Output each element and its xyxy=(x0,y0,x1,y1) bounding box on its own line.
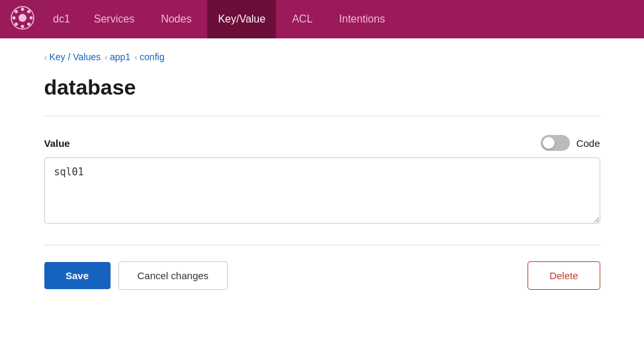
top-nav: dc1 Services Nodes Key/Value ACL Intenti… xyxy=(0,0,644,38)
code-label: Code xyxy=(576,138,600,149)
svg-point-8 xyxy=(27,10,30,13)
code-toggle[interactable] xyxy=(541,135,570,151)
cancel-button[interactable]: Cancel changes xyxy=(118,261,228,290)
nav-item-nodes[interactable]: Nodes xyxy=(150,0,202,38)
svg-point-1 xyxy=(19,14,26,22)
page-title: database xyxy=(44,70,600,110)
value-header-row: Value Code xyxy=(44,135,600,151)
value-label: Value xyxy=(44,138,70,149)
value-textarea[interactable]: sql01 xyxy=(44,157,600,224)
svg-point-7 xyxy=(27,22,30,26)
delete-button[interactable]: Delete xyxy=(528,261,600,290)
save-button[interactable]: Save xyxy=(44,262,111,289)
datacenter-label: dc1 xyxy=(45,13,78,25)
nav-logo xyxy=(11,6,40,32)
nav-item-intentions[interactable]: Intentions xyxy=(328,0,395,38)
code-toggle-row: Code xyxy=(541,135,600,151)
main-content: ‹ Key / Values ‹ app1 ‹ config database … xyxy=(18,38,627,316)
breadcrumb-item-config[interactable]: ‹ config xyxy=(134,52,164,62)
breadcrumb-item-kv[interactable]: ‹ Key / Values xyxy=(44,52,101,62)
svg-point-9 xyxy=(15,22,18,26)
bottom-divider xyxy=(44,245,600,245)
toggle-track xyxy=(541,135,570,151)
svg-point-4 xyxy=(13,17,16,20)
svg-point-6 xyxy=(15,10,18,13)
nav-item-services[interactable]: Services xyxy=(83,0,145,38)
toggle-thumb xyxy=(543,137,555,149)
nav-item-acl[interactable]: ACL xyxy=(281,0,323,38)
nav-item-keyvalue[interactable]: Key/Value xyxy=(207,0,276,38)
breadcrumb-item-app1[interactable]: ‹ app1 xyxy=(105,52,130,62)
svg-point-5 xyxy=(30,17,33,20)
svg-point-2 xyxy=(21,8,24,11)
breadcrumb: ‹ Key / Values ‹ app1 ‹ config xyxy=(44,38,600,70)
svg-point-3 xyxy=(21,25,24,28)
button-row: Save Cancel changes Delete xyxy=(44,261,600,290)
title-divider xyxy=(44,116,600,116)
